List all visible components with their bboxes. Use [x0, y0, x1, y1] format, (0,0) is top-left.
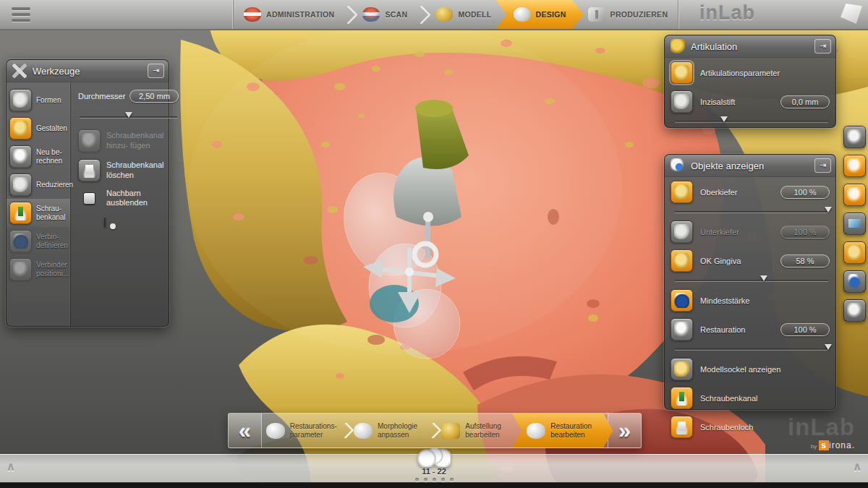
diameter-value[interactable]: 2,50 mm — [129, 90, 179, 103]
phase-modell[interactable]: MODELL — [425, 0, 501, 29]
view-cube-icon[interactable] — [843, 126, 866, 148]
phase-administration[interactable]: ADMINISTRATION — [234, 0, 344, 29]
row-schraubenkanal: Schraubenkanal — [665, 383, 835, 412]
slider-thumb[interactable] — [720, 116, 728, 122]
expand-left-icon[interactable]: ∧ — [6, 459, 16, 474]
expand-right-icon[interactable]: ∧ — [852, 459, 862, 474]
screw-channel-toggle-icon[interactable] — [671, 387, 693, 409]
tool-schraubenkanal[interactable]: Schrau- benkanal — [7, 199, 70, 227]
incisal-pin-value[interactable]: 0,0 mm — [780, 95, 830, 108]
menu-icon[interactable] — [12, 7, 30, 22]
display-objects-panel: Objekte anzeigen ⇥ Oberkiefer 100 % Unte… — [664, 154, 836, 410]
dock-icon[interactable]: ⇥ — [148, 64, 164, 78]
morphology-icon — [354, 423, 373, 439]
restoration-opacity[interactable]: 100 % — [780, 323, 830, 336]
workflow-phases: ADMINISTRATION SCAN MODELL DESIGN PRODUZ… — [233, 0, 678, 29]
row-schraubenloch: Schraubenloch — [665, 412, 835, 441]
restoration-slider[interactable] — [675, 343, 828, 352]
phase-design[interactable]: DESIGN — [496, 0, 584, 29]
tool-neu-berechnen[interactable]: Neu be- rechnen — [7, 142, 70, 171]
hide-neighbors-checkbox[interactable] — [83, 192, 95, 205]
reduce-icon — [9, 174, 32, 196]
page-dot — [415, 478, 419, 481]
page-dots — [387, 478, 481, 481]
restoration-thumbnail[interactable] — [417, 448, 451, 467]
dock-icon[interactable]: ⇥ — [814, 39, 831, 53]
articulation-icon[interactable] — [843, 241, 866, 264]
incisal-pin-row: Inzisalstift 0,0 mm — [665, 87, 835, 116]
minimum-thickness-icon[interactable] — [671, 289, 693, 312]
articulation-panel-header: Artikulation ⇥ — [665, 35, 835, 58]
diameter-label: Durchmesser — [78, 92, 125, 100]
show-objects-icon[interactable] — [843, 184, 866, 206]
phase-label: DESIGN — [536, 10, 566, 19]
phase-scan[interactable]: SCAN — [352, 0, 417, 29]
model-tooth-icon — [435, 7, 453, 22]
phase-label: SCAN — [385, 10, 407, 19]
application-window: ADMINISTRATION SCAN MODELL DESIGN PRODUZ… — [0, 0, 868, 488]
screw-hole-toggle-icon[interactable] — [671, 416, 693, 438]
tool-verbindung-definieren: Verbin- definieren — [7, 227, 70, 255]
tool-reduzieren[interactable]: Reduzieren — [7, 171, 70, 199]
restoration-icon[interactable] — [671, 318, 693, 341]
inlab-logo: inLab — [671, 2, 783, 25]
row-restauration: Restauration 100 % — [665, 314, 835, 343]
panel-title: Objekte anzeigen — [691, 160, 809, 171]
tool-verbinder-positionieren: Verbinder positioni... — [7, 255, 70, 283]
tool-gestalten[interactable]: Gestalten — [7, 114, 70, 142]
phase-produzieren[interactable]: PRODUZIEREN — [578, 0, 678, 29]
upper-jaw-icon[interactable] — [671, 181, 693, 203]
monitor-icon[interactable] — [843, 213, 866, 235]
top-bar: ADMINISTRATION SCAN MODELL DESIGN PRODUZ… — [0, 0, 868, 30]
lower-jaw-opacity: 100 % — [780, 226, 830, 239]
formen-icon — [9, 89, 32, 111]
slider-thumb[interactable] — [825, 344, 832, 350]
tool-formen[interactable]: Formen — [7, 86, 70, 114]
tools-icon[interactable] — [843, 155, 866, 177]
hide-neighbors-row: Nachbarn ausblenden — [78, 185, 179, 211]
add-screw-channel-button: Schraubenkanal hinzu- fügen — [78, 126, 179, 155]
row-unterkiefer: Unterkiefer 100 % — [665, 217, 835, 246]
page-dot — [450, 478, 454, 481]
model-base-icon[interactable] — [671, 358, 693, 380]
step-restaurationsparameter[interactable]: Restaurations- parameter — [262, 414, 342, 448]
gingiva-slider[interactable] — [675, 275, 828, 283]
lower-jaw-icon[interactable] — [671, 221, 693, 243]
window-icon[interactable] — [841, 4, 862, 24]
articulation-parameter-icon[interactable] — [671, 61, 693, 84]
gingiva-icon[interactable] — [671, 249, 693, 272]
step-morphologie-anpassen[interactable]: Morphologie anpassen — [349, 414, 430, 448]
page-dot — [433, 478, 436, 481]
slider-thumb[interactable] — [760, 275, 767, 281]
step-restauration-bearbeiten[interactable]: Restauration bearbeiten — [512, 414, 613, 448]
gingiva-opacity[interactable]: 58 % — [780, 254, 830, 267]
upper-jaw-opacity[interactable]: 100 % — [780, 186, 830, 199]
panel-title: Artikulation — [691, 41, 809, 52]
articulation-panel: Artikulation ⇥ Artikulationsparameter In… — [664, 35, 836, 128]
setup-box-icon — [441, 423, 460, 439]
bottom-strip — [0, 482, 868, 488]
circular-arrow-icon[interactable] — [104, 218, 106, 228]
diameter-slider[interactable] — [80, 111, 177, 120]
patient-icon[interactable] — [843, 270, 866, 293]
row-modellsockel: Modellsockel anzeigen — [665, 354, 835, 383]
screw-channel-icon — [9, 202, 32, 224]
row-mindeststaerke: Mindeststärke — [665, 286, 835, 314]
phase-label: PRODUZIEREN — [610, 10, 668, 19]
articulator-icon — [671, 39, 685, 53]
catalog-icon[interactable] — [843, 299, 866, 322]
incisal-pin-slider[interactable] — [675, 116, 828, 124]
side-toolbar — [843, 126, 866, 322]
wrench-icon — [12, 64, 27, 78]
previous-step-button[interactable]: « — [229, 414, 262, 448]
slider-thumb[interactable] — [125, 112, 132, 118]
upper-jaw-slider[interactable] — [675, 206, 828, 215]
design-crown-icon — [514, 7, 531, 22]
dock-icon[interactable]: ⇥ — [814, 158, 831, 173]
incisal-pin-icon[interactable] — [671, 90, 693, 113]
step-aufstellung-bearbeiten[interactable]: Aufstellung bearbeiten — [437, 414, 517, 448]
delete-screw-channel-icon — [78, 159, 101, 181]
delete-screw-channel-button[interactable]: Schraubenkanal löschen — [78, 155, 179, 185]
show-objects-icon — [671, 158, 685, 173]
slider-thumb[interactable] — [825, 207, 832, 213]
